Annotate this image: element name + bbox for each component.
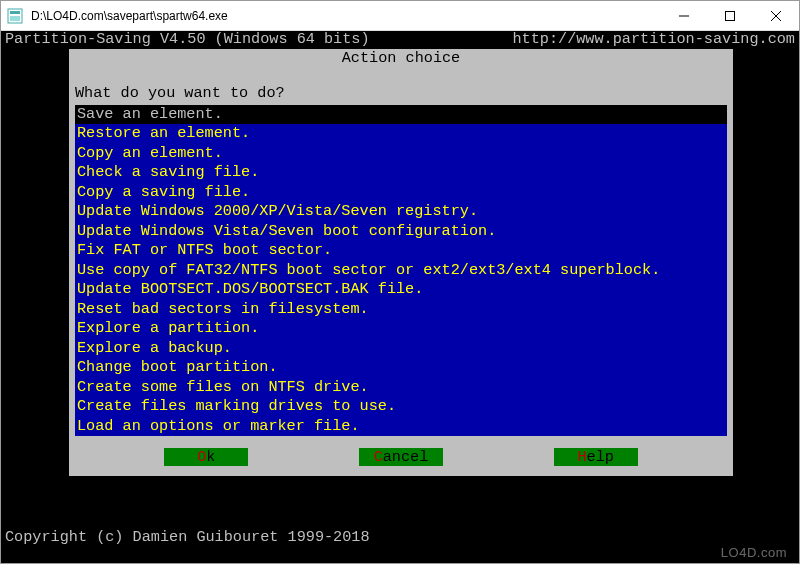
action-list-item[interactable]: Use copy of FAT32/NTFS boot sector or ex… (75, 261, 727, 281)
action-list-item[interactable]: Update BOOTSECT.DOS/BOOTSECT.BAK file. (75, 280, 727, 300)
action-list-item[interactable]: Restore an element. (75, 124, 727, 144)
action-list-item[interactable]: Copy an element. (75, 144, 727, 164)
svg-rect-4 (726, 11, 735, 20)
app-header: Partition-Saving V4.50 (Windows 64 bits)… (1, 31, 799, 49)
action-list-item[interactable]: Copy a saving file. (75, 183, 727, 203)
app-window: D:\LO4D.com\savepart\spartw64.exe Partit… (0, 0, 800, 564)
app-url: http://www.partition-saving.com (512, 31, 795, 49)
action-list-item[interactable]: Update Windows Vista/Seven boot configur… (75, 222, 727, 242)
action-list-item[interactable]: Save an element. (75, 105, 727, 125)
app-icon (7, 8, 23, 24)
help-label-rest: elp (587, 448, 614, 466)
action-list-item[interactable]: Explore a partition. (75, 319, 727, 339)
ok-button[interactable]: Ok (164, 448, 248, 466)
help-button[interactable]: Help (554, 448, 638, 466)
copyright-footer: Copyright (c) Damien Guibouret 1999-2018 (1, 529, 370, 547)
action-list-item[interactable]: Update Windows 2000/XP/Vista/Seven regis… (75, 202, 727, 222)
ok-label-rest: k (206, 448, 215, 466)
app-name-version: Partition-Saving V4.50 (Windows 64 bits) (5, 31, 370, 49)
action-list-item[interactable]: Load an options or marker file. (75, 417, 727, 437)
action-list-item[interactable]: Check a saving file. (75, 163, 727, 183)
watermark: LO4D.com (721, 544, 787, 562)
action-list-item[interactable]: Reset bad sectors in filesystem. (75, 300, 727, 320)
action-list-item[interactable]: Change boot partition. (75, 358, 727, 378)
titlebar: D:\LO4D.com\savepart\spartw64.exe (1, 1, 799, 31)
action-list-item[interactable]: Fix FAT or NTFS boot sector. (75, 241, 727, 261)
maximize-button[interactable] (707, 1, 753, 31)
action-list-item[interactable]: Explore a backup. (75, 339, 727, 359)
dialog-button-row: Ok Cancel Help (69, 442, 733, 476)
dialog-prompt: What do you want to do? (75, 85, 727, 103)
dialog-prompt-area: What do you want to do? (69, 67, 733, 105)
dialog-title: Action choice (69, 49, 733, 67)
action-list[interactable]: Save an element.Restore an element.Copy … (75, 105, 727, 437)
close-button[interactable] (753, 1, 799, 31)
action-dialog: Action choice What do you want to do? Sa… (69, 49, 733, 476)
svg-rect-1 (10, 11, 20, 14)
ok-hotkey: O (197, 448, 206, 466)
action-list-item[interactable]: Create some files on NTFS drive. (75, 378, 727, 398)
cancel-hotkey: C (374, 448, 383, 466)
cancel-button[interactable]: Cancel (359, 448, 443, 466)
console-area: Partition-Saving V4.50 (Windows 64 bits)… (1, 31, 799, 563)
action-list-item[interactable]: Create files marking drives to use. (75, 397, 727, 417)
cancel-label-rest: ancel (383, 448, 429, 466)
svg-rect-2 (10, 16, 20, 21)
minimize-button[interactable] (661, 1, 707, 31)
help-hotkey: H (577, 448, 586, 466)
window-title: D:\LO4D.com\savepart\spartw64.exe (29, 9, 661, 23)
